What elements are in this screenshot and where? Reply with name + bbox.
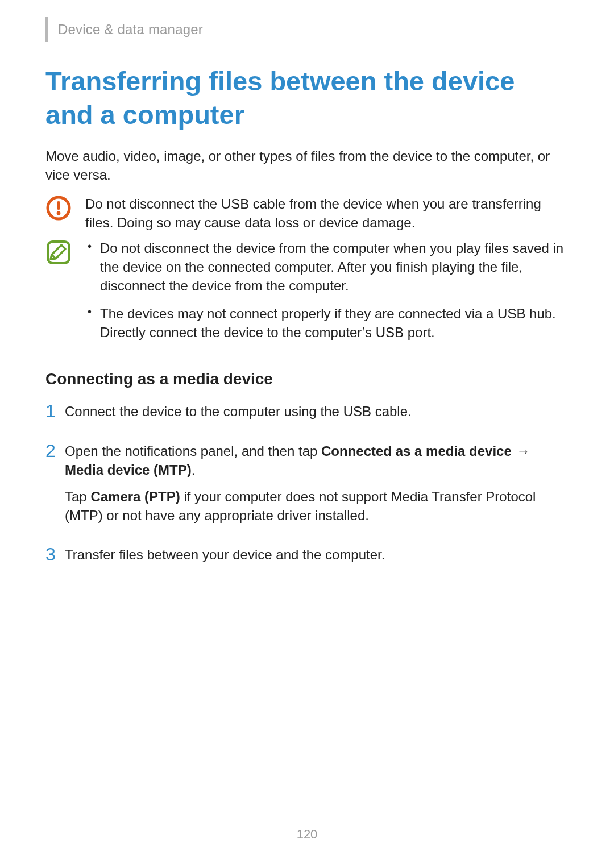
page-title: Transferring files between the device an…: [45, 65, 569, 132]
text-fragment: Open the notifications panel, and then t…: [65, 443, 321, 459]
breadcrumb: Device & data manager: [58, 22, 203, 38]
bold-fragment: Camera (PTP): [90, 489, 180, 504]
page-number: 120: [0, 827, 614, 842]
step-text-line2: Tap Camera (PTP) if your computer does n…: [65, 487, 569, 525]
arrow-glyph: →: [512, 443, 532, 459]
step-1: 1 Connect the device to the computer usi…: [45, 402, 569, 429]
svg-point-2: [57, 211, 61, 215]
tips-list-container: Do not disconnect the device from the co…: [85, 239, 569, 351]
step-text: Transfer files between your device and t…: [65, 545, 569, 564]
step-3: 3 Transfer files between your device and…: [45, 545, 569, 572]
step-body: Connect the device to the computer using…: [65, 402, 569, 429]
step-number: 1: [45, 402, 65, 421]
svg-rect-1: [57, 201, 60, 210]
manual-page: Device & data manager Transferring files…: [0, 0, 614, 868]
note-icon: [45, 239, 76, 265]
bold-fragment: Media device (MTP): [65, 462, 192, 477]
step-number: 3: [45, 545, 65, 564]
intro-paragraph: Move audio, video, image, or other types…: [45, 147, 569, 184]
step-text-line1: Open the notifications panel, and then t…: [65, 442, 569, 479]
tips-list: Do not disconnect the device from the co…: [85, 239, 569, 342]
bold-fragment: Connected as a media device: [321, 443, 512, 459]
tips-note: Do not disconnect the device from the co…: [45, 239, 569, 351]
tip-item: The devices may not connect properly if …: [85, 304, 569, 342]
warning-note: Do not disconnect the USB cable from the…: [45, 194, 569, 232]
subheading: Connecting as a media device: [45, 370, 569, 388]
page-header: Device & data manager: [45, 17, 569, 42]
step-body: Open the notifications panel, and then t…: [65, 442, 569, 533]
warning-icon: [45, 195, 76, 221]
text-fragment: .: [192, 462, 196, 477]
tip-item: Do not disconnect the device from the co…: [85, 239, 569, 295]
text-fragment: Tap: [65, 489, 90, 504]
step-body: Transfer files between your device and t…: [65, 545, 569, 572]
header-rule: [45, 17, 48, 42]
step-2: 2 Open the notifications panel, and then…: [45, 442, 569, 533]
step-number: 2: [45, 442, 65, 461]
warning-text: Do not disconnect the USB cable from the…: [85, 194, 569, 232]
step-text: Connect the device to the computer using…: [65, 402, 569, 421]
